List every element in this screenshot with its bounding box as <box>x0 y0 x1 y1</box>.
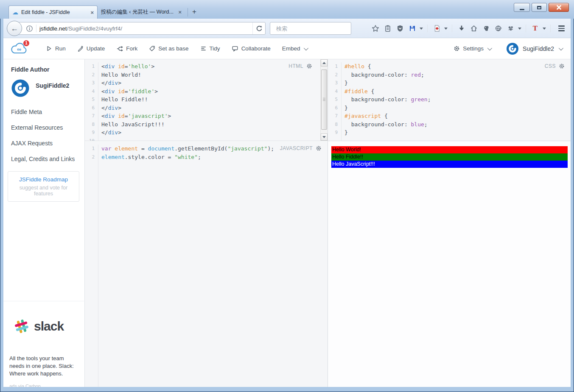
set-as-base-button[interactable]: Set as base <box>149 45 188 52</box>
html-editor-panel[interactable]: HTML 12345678910 <div id='hello'>Hello W… <box>85 59 328 141</box>
html-panel-scrollbar[interactable] <box>320 59 328 141</box>
search-bar[interactable] <box>270 22 351 35</box>
menu-icon[interactable] <box>554 22 569 35</box>
code-line[interactable]: </div> <box>101 128 171 137</box>
result-row: Hello Fiddle!! <box>331 153 568 161</box>
roadmap-subtitle: suggest and vote for features <box>11 185 76 197</box>
globe-edit-icon[interactable] <box>492 22 504 35</box>
minimize-button[interactable] <box>514 3 530 12</box>
url-bar[interactable]: jsfiddle.net/SugiFiddle2/4vuyfrf4/ <box>14 22 266 35</box>
code-line[interactable]: Hello Fiddle!! <box>101 95 171 104</box>
code-line[interactable]: <div id='hello'> <box>101 62 171 71</box>
bookmarks-clipboard-icon[interactable] <box>381 22 394 35</box>
jsfiddle-logo-icon[interactable]: ∞ 1 <box>9 42 29 56</box>
bookmark-star-icon[interactable] <box>369 22 381 35</box>
settings-button[interactable]: Settings <box>454 45 491 52</box>
chevron-down-icon <box>543 28 546 30</box>
sidebar-link[interactable]: External Resources <box>11 124 84 131</box>
code-line[interactable]: } <box>344 128 431 137</box>
text-tool-icon[interactable]: T <box>529 22 541 35</box>
evernote-icon[interactable] <box>480 22 492 35</box>
line-number: 3 <box>328 79 338 87</box>
tab-separator <box>188 8 188 17</box>
panel-divider[interactable] <box>328 59 328 387</box>
code-line[interactable]: var element = document.getElementById("j… <box>101 145 274 153</box>
tab-close-icon[interactable]: × <box>90 10 94 15</box>
code-line[interactable]: background-color: blue; <box>344 120 431 129</box>
code-lines[interactable]: <div id='hello'>Hello World!</div><div i… <box>98 62 171 141</box>
run-button[interactable]: Run <box>46 45 66 52</box>
code-line[interactable]: element.style.color = "white"; <box>101 153 274 161</box>
result-row: Hello JavaScript!!! <box>331 161 568 168</box>
fork-button[interactable]: Fork <box>116 45 137 52</box>
css-editor-panel[interactable]: CSS 123456789 #hello { background-color:… <box>328 59 571 141</box>
url-text[interactable]: jsfiddle.net/SugiFiddle2/4vuyfrf4/ <box>39 25 252 32</box>
tab-wordpress[interactable]: 投稿の編集 ‹ 光芸社 — Word... × <box>98 6 185 19</box>
code-line[interactable]: #hello { <box>344 62 431 71</box>
code-line[interactable]: Hello World! <box>101 71 171 79</box>
code-line[interactable]: } <box>344 104 431 112</box>
scroll-up-button[interactable] <box>321 59 328 67</box>
sidebar-link[interactable]: Fiddle Meta <box>11 108 84 115</box>
js-editor-panel[interactable]: JAVASCRIPT 12 var element = document.get… <box>85 142 328 387</box>
code-lines[interactable]: var element = document.getElementById("j… <box>98 145 274 387</box>
code-line[interactable]: <div id='javascript'> <box>101 112 171 120</box>
tab-jsfiddle[interactable]: ☁ Edit fiddle - JSFiddle × <box>8 6 98 19</box>
text-tool-caret[interactable] <box>541 22 547 35</box>
code-line[interactable]: Hello JavaScript!!! <box>101 120 171 129</box>
embed-button[interactable]: Embed <box>282 45 308 52</box>
ad-via-label[interactable]: ads via Carbon <box>9 384 78 387</box>
site-info-icon[interactable] <box>26 25 33 32</box>
add-document-caret[interactable] <box>443 22 449 35</box>
code-line[interactable] <box>101 137 171 142</box>
save-dropdown-caret[interactable] <box>418 22 424 35</box>
code-line[interactable]: </div> <box>101 79 171 87</box>
css-code-editor[interactable]: 123456789 #hello { background-color: red… <box>328 59 571 141</box>
js-code-editor[interactable]: 12 var element = document.getElementById… <box>85 142 328 387</box>
reload-button[interactable] <box>252 22 265 34</box>
scroll-thumb[interactable] <box>321 70 327 130</box>
scroll-down-button[interactable] <box>321 133 328 141</box>
carbon-ad[interactable]: slack All the tools your team needs in o… <box>3 301 84 387</box>
html-code-editor[interactable]: 12345678910 <div id='hello'>Hello World!… <box>85 59 328 141</box>
gear-icon[interactable] <box>559 63 565 69</box>
maximize-button[interactable] <box>532 3 547 12</box>
code-line[interactable]: background-color: red; <box>344 71 431 79</box>
collaborate-button[interactable]: Collaborate <box>232 45 271 52</box>
back-button[interactable]: ← <box>7 21 22 36</box>
close-button[interactable] <box>549 3 569 12</box>
roadmap-link[interactable]: JSFiddle Roadmap <box>11 176 76 183</box>
code-line[interactable]: <div id='fiddle'> <box>101 87 171 96</box>
svg-text:∞: ∞ <box>17 45 21 52</box>
extension-icon[interactable] <box>504 22 517 35</box>
line-number: 2 <box>328 71 338 79</box>
update-button[interactable]: Update <box>77 45 105 52</box>
code-line[interactable]: } <box>344 79 431 87</box>
line-number-gutter: 12 <box>85 145 98 387</box>
save-floppy-icon[interactable] <box>406 22 418 35</box>
chevron-down-icon <box>444 28 448 30</box>
new-tab-button[interactable]: + <box>190 8 201 19</box>
code-line[interactable]: #fiddle { <box>344 87 431 96</box>
add-document-icon[interactable] <box>431 22 443 35</box>
gear-icon[interactable] <box>306 63 312 69</box>
gear-icon[interactable] <box>316 145 322 151</box>
shield-icon[interactable] <box>394 22 406 35</box>
sidebar-link[interactable]: AJAX Requests <box>11 140 84 147</box>
code-line[interactable]: </div> <box>101 104 171 112</box>
tab-title: 投稿の編集 ‹ 光芸社 — Word... <box>101 8 176 16</box>
sidebar-link[interactable]: Legal, Credits and Links <box>11 156 84 162</box>
code-lines[interactable]: #hello { background-color: red;}#fiddle … <box>342 62 431 141</box>
download-icon[interactable] <box>455 22 468 35</box>
home-icon[interactable] <box>468 22 480 35</box>
extension-caret[interactable] <box>517 22 523 35</box>
code-line[interactable]: #javascript { <box>344 112 431 120</box>
user-menu[interactable]: SugiFiddle2 <box>506 42 562 55</box>
header-right: Settings SugiFiddle2 <box>454 42 562 55</box>
tab-close-icon[interactable]: × <box>178 9 182 15</box>
reload-icon <box>256 25 263 32</box>
code-line[interactable]: background-color: green; <box>344 95 431 104</box>
search-input[interactable] <box>276 25 351 32</box>
tidy-button[interactable]: Tidy <box>200 45 220 52</box>
author-avatar[interactable] <box>11 79 30 97</box>
